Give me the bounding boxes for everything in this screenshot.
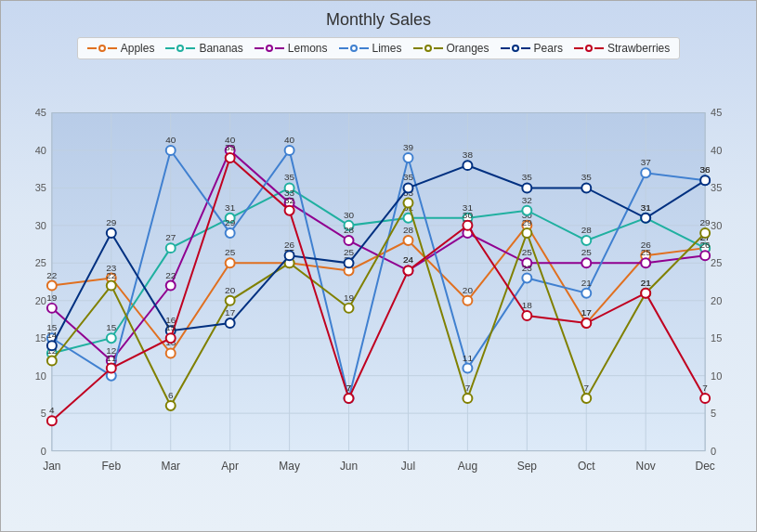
legend-item-lemons: Lemons [255, 42, 328, 55]
svg-point-140 [403, 153, 412, 162]
legend-item-oranges: Oranges [413, 42, 489, 55]
svg-text:18: 18 [522, 300, 533, 310]
svg-text:26: 26 [700, 240, 711, 250]
svg-text:31: 31 [641, 202, 652, 213]
svg-point-170 [581, 394, 591, 403]
svg-point-178 [107, 228, 116, 238]
svg-text:Jul: Jul [401, 460, 415, 473]
svg-point-98 [581, 236, 591, 245]
svg-text:5: 5 [41, 408, 46, 419]
chart-svg: 005510101515202025253030353540404545JanF… [1, 65, 756, 531]
svg-text:32: 32 [522, 195, 533, 205]
svg-point-164 [403, 199, 412, 208]
svg-text:May: May [279, 460, 300, 473]
svg-text:25: 25 [641, 247, 652, 257]
svg-point-176 [47, 341, 57, 350]
svg-text:20: 20 [35, 295, 46, 306]
svg-text:29: 29 [106, 217, 117, 227]
svg-point-146 [581, 289, 591, 298]
svg-text:29: 29 [225, 217, 236, 227]
svg-text:5: 5 [711, 408, 716, 419]
svg-text:20: 20 [711, 295, 722, 306]
svg-point-194 [581, 183, 591, 192]
svg-point-60 [166, 348, 176, 357]
svg-point-134 [226, 228, 235, 238]
svg-text:40: 40 [711, 145, 722, 156]
svg-point-122 [581, 258, 591, 267]
svg-point-144 [522, 274, 531, 283]
svg-point-142 [463, 364, 472, 373]
svg-point-84 [166, 243, 176, 253]
svg-text:14: 14 [46, 330, 58, 340]
svg-point-208 [285, 206, 294, 215]
svg-point-192 [522, 183, 531, 192]
svg-point-114 [345, 236, 354, 245]
chart-title: Monthly Sales [326, 10, 431, 30]
svg-text:21: 21 [581, 278, 593, 288]
svg-text:25: 25 [225, 247, 236, 257]
svg-point-202 [107, 364, 116, 373]
svg-text:21: 21 [641, 278, 652, 288]
svg-text:23: 23 [522, 263, 533, 273]
svg-point-96 [522, 206, 531, 215]
svg-point-198 [700, 175, 710, 185]
svg-text:38: 38 [463, 149, 474, 160]
svg-point-220 [641, 289, 650, 298]
svg-text:35: 35 [35, 182, 46, 193]
svg-text:35: 35 [284, 172, 295, 182]
svg-point-204 [166, 333, 176, 343]
svg-text:30: 30 [711, 220, 722, 231]
svg-text:7: 7 [583, 383, 589, 393]
svg-point-222 [700, 394, 710, 403]
svg-point-162 [345, 304, 354, 313]
svg-point-190 [463, 161, 472, 170]
svg-text:25: 25 [711, 257, 722, 268]
svg-point-56 [47, 281, 57, 291]
legend-item-strawberries: Strawberries [574, 42, 670, 55]
svg-text:29: 29 [700, 217, 711, 227]
svg-text:25: 25 [344, 247, 355, 257]
svg-point-136 [285, 146, 294, 155]
svg-point-196 [641, 214, 650, 223]
svg-text:Apr: Apr [221, 460, 239, 473]
svg-text:4: 4 [49, 405, 55, 415]
svg-text:39: 39 [403, 142, 414, 152]
svg-text:7: 7 [346, 383, 352, 393]
svg-point-154 [107, 281, 116, 291]
svg-point-212 [403, 266, 412, 275]
svg-text:15: 15 [711, 332, 722, 344]
svg-point-68 [403, 236, 412, 245]
svg-point-188 [403, 183, 412, 192]
svg-point-156 [166, 401, 176, 410]
svg-point-70 [463, 296, 472, 305]
svg-text:40: 40 [165, 135, 176, 145]
svg-point-82 [107, 333, 116, 343]
svg-text:17: 17 [581, 307, 593, 318]
svg-text:31: 31 [225, 202, 236, 213]
svg-point-166 [463, 394, 472, 403]
svg-point-158 [226, 296, 235, 305]
svg-text:19: 19 [344, 292, 355, 303]
svg-text:28: 28 [581, 225, 593, 235]
svg-text:15: 15 [106, 322, 117, 332]
svg-text:6: 6 [168, 390, 174, 400]
svg-point-182 [226, 318, 235, 328]
svg-point-152 [47, 357, 57, 366]
svg-text:Nov: Nov [636, 460, 656, 473]
svg-text:36: 36 [700, 164, 711, 175]
svg-point-148 [641, 168, 650, 177]
svg-text:30: 30 [344, 210, 355, 220]
svg-text:35: 35 [711, 182, 722, 193]
svg-point-184 [285, 251, 294, 260]
svg-text:Mar: Mar [161, 460, 180, 473]
svg-point-210 [345, 394, 354, 403]
svg-text:35: 35 [403, 172, 414, 182]
svg-text:40: 40 [35, 145, 46, 156]
svg-point-168 [522, 228, 531, 238]
svg-point-132 [166, 146, 176, 155]
legend-item-pears: Pears [501, 42, 563, 55]
svg-text:35: 35 [581, 172, 593, 182]
svg-point-104 [47, 304, 57, 313]
svg-point-218 [581, 318, 591, 328]
svg-point-126 [700, 251, 710, 260]
